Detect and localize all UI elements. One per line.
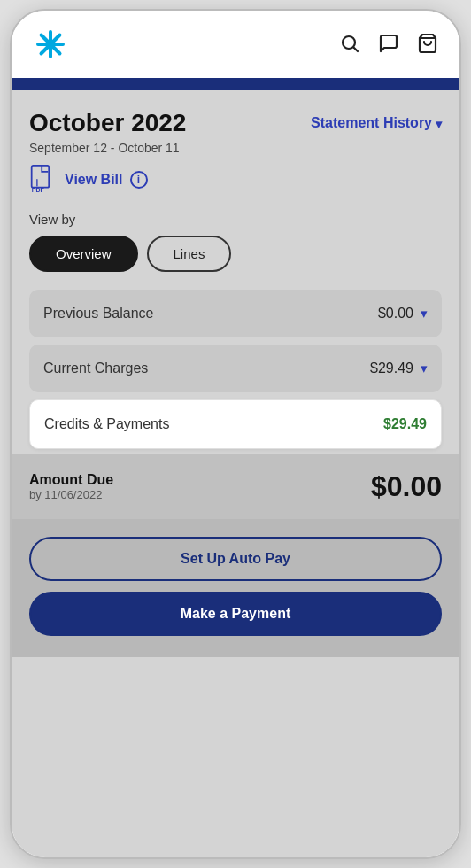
message-icon[interactable] <box>378 33 399 59</box>
amount-due-section: Amount Due by 11/06/2022 $0.00 <box>12 454 459 519</box>
buttons-section: Set Up Auto Pay Make a Payment <box>12 519 459 657</box>
accent-bar <box>12 78 459 90</box>
view-by-label: View by <box>29 212 442 227</box>
cart-icon[interactable] <box>417 33 438 59</box>
month-title: October 2022 <box>29 110 186 137</box>
current-charges-label: Current Charges <box>43 360 148 376</box>
logo <box>33 27 68 66</box>
att-logo-icon <box>33 27 68 62</box>
previous-balance-value-row: $0.00 ▾ <box>378 306 428 322</box>
statement-history-button[interactable]: Statement History ▾ <box>311 115 442 131</box>
search-icon[interactable] <box>339 33 360 59</box>
svg-rect-7 <box>32 166 50 188</box>
content-card: October 2022 Statement History ▾ Septemb… <box>12 90 459 857</box>
nav-icons <box>339 33 438 59</box>
current-charges-chevron-icon: ▾ <box>421 360 428 376</box>
statement-history-label: Statement History <box>311 115 432 131</box>
svg-line-5 <box>354 48 359 52</box>
amount-due-info: Amount Due by 11/06/2022 <box>29 472 113 501</box>
credits-payments-row: Credits & Payments $29.49 <box>29 399 442 449</box>
previous-balance-row[interactable]: Previous Balance $0.00 ▾ <box>29 290 442 337</box>
statement-title: October 2022 <box>29 110 186 137</box>
credits-payments-value-row: $29.49 <box>383 416 427 432</box>
amount-due-label: Amount Due <box>29 472 113 488</box>
date-range: September 12 - October 11 <box>29 141 442 155</box>
overview-button[interactable]: Overview <box>29 236 138 272</box>
lines-button[interactable]: Lines <box>147 236 232 272</box>
current-charges-value: $29.49 <box>370 360 413 376</box>
amount-due-date: by 11/06/2022 <box>29 488 113 501</box>
current-charges-value-row: $29.49 ▾ <box>370 360 428 376</box>
pdf-icon: PDF <box>29 164 58 196</box>
info-icon[interactable]: i <box>130 171 148 189</box>
statement-header: October 2022 Statement History ▾ <box>29 110 442 137</box>
view-bill-row: PDF View Bill i <box>29 164 442 196</box>
auto-pay-button[interactable]: Set Up Auto Pay <box>29 537 442 581</box>
balance-rows: Previous Balance $0.00 ▾ Current Charges… <box>29 290 442 454</box>
view-bill-link[interactable]: View Bill <box>65 172 123 188</box>
chevron-down-icon: ▾ <box>436 117 442 131</box>
credits-payments-label: Credits & Payments <box>44 416 169 432</box>
previous-balance-chevron-icon: ▾ <box>421 306 428 322</box>
top-nav <box>12 11 459 78</box>
credits-payments-value: $29.49 <box>383 416 427 432</box>
previous-balance-value: $0.00 <box>378 306 413 322</box>
amount-due-value: $0.00 <box>371 470 442 503</box>
svg-text:PDF: PDF <box>32 187 45 192</box>
main-content: October 2022 Statement History ▾ Septemb… <box>12 90 459 857</box>
make-payment-button[interactable]: Make a Payment <box>29 592 442 636</box>
current-charges-row[interactable]: Current Charges $29.49 ▾ <box>29 345 442 392</box>
previous-balance-label: Previous Balance <box>43 306 154 322</box>
toggle-row: Overview Lines <box>29 236 442 272</box>
